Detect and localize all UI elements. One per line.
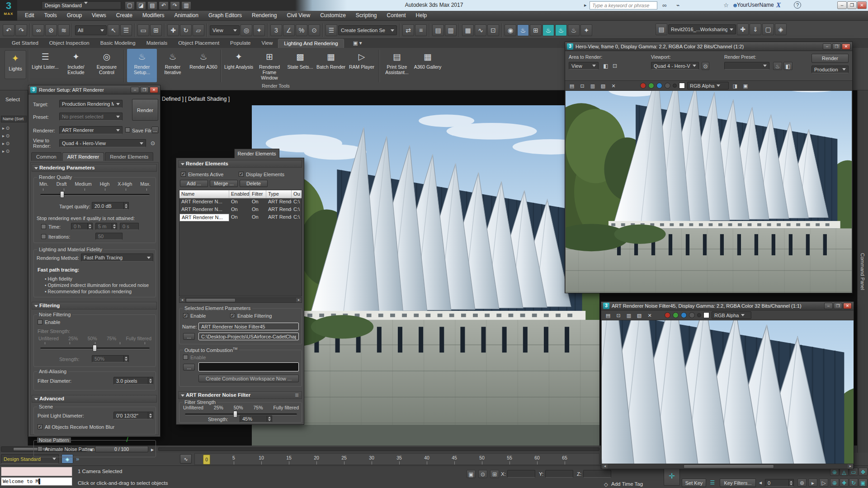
select-manipulate-icon[interactable]: ✦ xyxy=(253,24,265,36)
environment-icon[interactable]: ◧ xyxy=(783,62,793,70)
angle-snap-icon[interactable]: ∠ xyxy=(283,24,295,36)
maximize-icon[interactable]: ❐ xyxy=(140,87,149,93)
close-icon[interactable]: ✕ xyxy=(842,43,850,50)
ribbon-tab-basic-modeling[interactable]: Basic Modeling xyxy=(95,39,141,48)
column-header[interactable]: Type xyxy=(266,190,292,198)
launch-icon[interactable]: ⌁ xyxy=(674,1,683,9)
layer-explorer-icon[interactable]: ▥ xyxy=(445,24,457,36)
menu-graph-editors[interactable]: Graph Editors xyxy=(203,11,247,20)
undo-icon[interactable]: ↶ xyxy=(3,24,14,36)
worksharing-download-icon[interactable]: ⇓ xyxy=(750,23,761,35)
render-button[interactable]: Render xyxy=(132,99,158,121)
print-size-assistant-button[interactable]: ▤Print Size Assistant... xyxy=(382,49,412,82)
close-icon[interactable]: ✕ xyxy=(150,87,158,93)
rendered-frame-window-icon[interactable]: ⊞ xyxy=(530,24,542,36)
output-path-field[interactable]: C:\Desktop-Projects\USAirforce-CadetChap… xyxy=(198,333,299,340)
motion-blur-checkbox[interactable]: ✓ xyxy=(38,424,42,429)
redo-icon[interactable]: ↷ xyxy=(15,24,27,36)
pan-hand-icon[interactable]: ✥ xyxy=(859,468,868,476)
render-setup-tab-common[interactable]: Common xyxy=(31,152,61,161)
noise-filter-strength-handle[interactable] xyxy=(233,411,237,418)
worksharing-select-icon[interactable]: ▢ xyxy=(762,23,774,35)
table-cell[interactable]: On xyxy=(229,206,250,214)
table-cell[interactable]: On xyxy=(229,198,250,206)
ribbon-tab-lighting-and-rendering[interactable]: Lighting And Rendering xyxy=(278,39,344,48)
blue-channel-icon[interactable] xyxy=(681,312,687,318)
search-expand-icon[interactable]: ▸ xyxy=(584,2,587,8)
worksharing-create-icon[interactable]: ✚ xyxy=(737,23,749,35)
key-filters-button[interactable]: Key Filters... xyxy=(720,479,756,487)
layer-icon[interactable]: ◨ xyxy=(731,82,739,89)
batch-render-button[interactable]: ▦Batch Render xyxy=(316,49,346,82)
add-time-tag[interactable]: Add Time Tag xyxy=(611,481,643,487)
menu-modifiers[interactable]: Modifiers xyxy=(137,11,170,20)
rendering-parameters-section[interactable]: Rendering Parameters xyxy=(32,164,157,172)
elements-active-checkbox[interactable]: ✓ xyxy=(181,172,186,177)
scroll-left-icon[interactable]: ◂ xyxy=(602,464,608,469)
render-preset-dropdown[interactable] xyxy=(724,62,769,70)
render-setup-tab-render-elements[interactable]: Render Elements xyxy=(105,152,153,161)
time-minutes-field[interactable]: 5 m xyxy=(95,223,117,230)
mono-channel-icon[interactable] xyxy=(665,83,670,89)
filter-diameter-field[interactable]: 3.0 pixels xyxy=(113,377,153,385)
current-frame-field[interactable]: 0 xyxy=(765,479,794,487)
selection-lock-icon[interactable]: ⊙ xyxy=(478,470,487,478)
save-image-icon[interactable]: ▤ xyxy=(604,312,612,319)
play-animation-icon[interactable]: ▷ xyxy=(819,479,828,487)
menu-scripting[interactable]: Scripting xyxy=(351,11,382,20)
table-cell[interactable]: C:\ xyxy=(292,206,301,214)
restore-window-button[interactable]: ❐ xyxy=(847,1,857,9)
orbit-viewport-icon[interactable]: ↻ xyxy=(849,479,858,487)
set-key-toggle-button[interactable]: ✛ xyxy=(664,467,680,486)
ribbon-tab-get-started[interactable]: Get Started xyxy=(6,39,44,48)
edit-region-icon[interactable]: ◧ xyxy=(601,62,610,70)
advanced-section[interactable]: Advanced xyxy=(32,395,157,403)
combustion-enable-checkbox[interactable] xyxy=(183,355,188,360)
alpha-channel-icon[interactable] xyxy=(673,84,677,88)
menu-civil-view[interactable]: Civil View xyxy=(282,11,315,20)
table-row[interactable]: ART Renderer N...OnOnART Rendere...C:\ xyxy=(179,206,302,214)
table-row[interactable]: ART Renderer N...OnOnART Rendere...C:\ xyxy=(179,214,302,221)
noise-filter-enable-checkbox[interactable] xyxy=(38,319,42,324)
save-file-checkbox[interactable] xyxy=(125,127,130,132)
y-coordinate-field[interactable] xyxy=(545,470,573,478)
art-noise-filter-rollout[interactable]: ART Renderer Noise Filter xyxy=(178,391,302,399)
renderer-dropdown[interactable]: ART Renderer xyxy=(59,126,123,134)
render-setup-icon[interactable]: ♨ xyxy=(773,62,782,70)
close-window-button[interactable]: ✕ xyxy=(857,1,867,9)
column-header[interactable]: Filter xyxy=(250,190,266,198)
quality-slider[interactable] xyxy=(40,194,150,196)
table-cell[interactable]: On xyxy=(229,214,250,221)
print-image-icon[interactable]: ▧ xyxy=(599,82,607,89)
table-cell[interactable]: ART Rendere... xyxy=(266,214,292,221)
ribbon-config-icon[interactable]: ▣ ▾ xyxy=(348,39,368,48)
search-input[interactable]: Type a keyword or phrase xyxy=(590,1,657,9)
quality-slider-handle[interactable] xyxy=(60,191,64,198)
create-selection-set-dropdown[interactable]: Create Selection Se xyxy=(338,25,397,35)
clear-image-icon[interactable]: ✕ xyxy=(646,312,654,319)
include-exclude-button[interactable]: ✦Include/ Exclude xyxy=(61,49,91,82)
menu-views[interactable]: Views xyxy=(87,11,111,20)
material-editor-icon[interactable]: ◉ xyxy=(505,24,516,36)
table-cell[interactable]: ART Renderer N... xyxy=(179,214,229,221)
print-image-icon[interactable]: ▧ xyxy=(635,312,643,319)
table-cell[interactable]: C:\ xyxy=(292,214,301,221)
iterations-field[interactable]: 50 xyxy=(95,233,123,240)
render-iterative-button[interactable]: ♨Render Iterative xyxy=(158,49,188,82)
time-slider-groove[interactable] xyxy=(158,447,599,451)
reference-coordinate-dropdown[interactable]: View xyxy=(210,25,240,35)
filter-strength-slider[interactable] xyxy=(40,347,150,349)
view-lock-icon[interactable]: ⊙ xyxy=(149,139,157,147)
column-header[interactable]: Ou xyxy=(292,190,301,198)
table-cell[interactable]: ART Renderer N... xyxy=(179,206,229,214)
rollout-grip-icon[interactable]: ≣ xyxy=(295,392,299,398)
a360-gallery-button[interactable]: ▦A360 Gallery xyxy=(413,49,443,82)
copy-image-icon[interactable]: ⊡ xyxy=(578,82,586,89)
scroll-right-icon[interactable]: ▸ xyxy=(848,464,853,469)
scene-explorer-row[interactable]: ▸ ⊙ xyxy=(1,141,27,148)
schematic-view-icon[interactable]: ⊡ xyxy=(487,24,499,36)
3dsmax-logo[interactable]: 3 MAX xyxy=(0,0,17,21)
lighting-analysis-icon[interactable]: ✦ xyxy=(580,24,592,36)
table-horizontal-scrollbar[interactable]: ◂ ▸ xyxy=(179,297,302,303)
table-cell[interactable]: On xyxy=(250,214,266,221)
